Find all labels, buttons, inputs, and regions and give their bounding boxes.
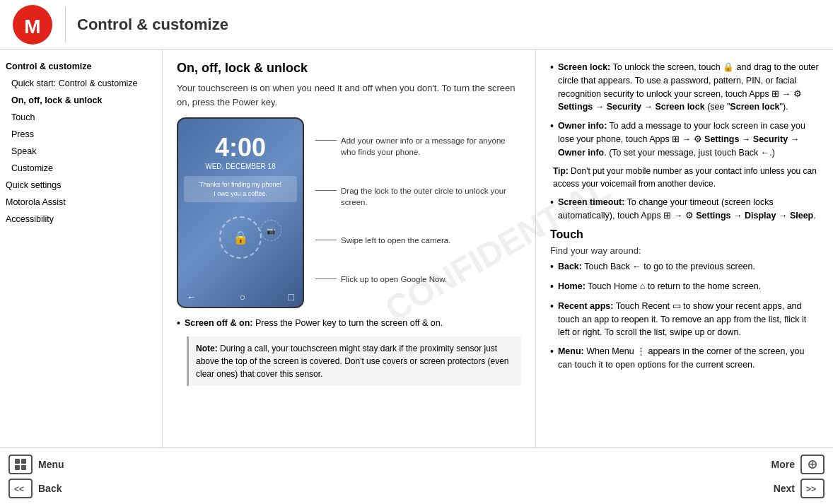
back-icon: << xyxy=(8,479,33,498)
svg-text:M: M xyxy=(24,16,40,37)
bullet-dot-home: • xyxy=(550,279,554,294)
bullet-dot-recent: • xyxy=(550,299,554,314)
more-label: More xyxy=(771,459,795,470)
left-section-title: On, off, lock & unlock xyxy=(177,61,521,76)
phone-recent-icon: □ xyxy=(289,291,294,303)
back-label: Back xyxy=(38,483,62,494)
phone-lock-area: 🔒 📷 xyxy=(178,216,303,259)
bullet-dot-back: • xyxy=(550,259,554,274)
left-panel: On, off, lock & unlock Your touchscreen … xyxy=(163,49,536,447)
lock-icon: 🔒 xyxy=(233,230,248,245)
sidebar-item-on-off-lock[interactable]: On, off, lock & unlock xyxy=(0,92,162,109)
sidebar-item-speak[interactable]: Speak xyxy=(0,143,162,160)
bullet-dot-owner-info: • xyxy=(550,119,554,134)
bullet-back: • Back: Touch Back ← to go to the previo… xyxy=(550,260,819,274)
bullet-dot-screen-lock: • xyxy=(550,60,554,75)
page-title: Control & customize xyxy=(77,16,228,34)
svg-rect-2 xyxy=(15,459,20,464)
sidebar: Control & customize Quick start: Control… xyxy=(0,49,163,447)
more-button[interactable]: More xyxy=(771,455,825,474)
note-box: Note: During a call, your touchscreen mi… xyxy=(187,336,521,386)
next-icon: >> xyxy=(800,479,825,498)
phone-home-icon: ○ xyxy=(240,291,245,303)
bullet-owner-info: • Owner info: To add a message to your l… xyxy=(550,119,819,159)
callout-line-1 xyxy=(315,140,337,141)
sidebar-item-touch[interactable]: Touch xyxy=(0,109,162,126)
svg-rect-4 xyxy=(15,465,20,470)
menu-button[interactable]: Menu xyxy=(8,455,64,474)
touch-intro: Find your way around: xyxy=(550,245,819,256)
callout-owner-info: Add your owner info or a message for any… xyxy=(315,135,521,158)
header-divider xyxy=(65,7,66,42)
more-icon xyxy=(800,455,825,474)
phone-mockup: 4:00 WED, DECEMBER 18 Thanks for finding… xyxy=(177,117,304,308)
intro-text: Your touchscreen is on when you need it … xyxy=(177,81,521,109)
footer-right: More Next >> xyxy=(771,455,825,498)
content-wrapper: CONFIDENTIAL On, off, lock & unlock Your… xyxy=(163,49,833,447)
camera-icon: 📷 xyxy=(267,227,275,235)
bullet-screen-timeout: • Screen timeout: To change your timeout… xyxy=(550,196,819,223)
main-layout: Control & customize Quick start: Control… xyxy=(0,49,833,447)
back-button[interactable]: << Back xyxy=(8,479,64,498)
phone-bottom-bar: ← ○ □ xyxy=(178,287,303,307)
bullet-screen-off-on: • Screen off & on: Press the Power key t… xyxy=(177,317,521,331)
callout-line-4 xyxy=(315,279,337,279)
sidebar-item-quick-settings[interactable]: Quick settings xyxy=(0,177,162,194)
callout-line-2 xyxy=(315,190,337,191)
next-button[interactable]: Next >> xyxy=(774,479,825,498)
phone-back-icon: ← xyxy=(187,291,197,303)
phone-lock-circle: 🔒 xyxy=(219,216,262,259)
sidebar-item-motorola-assist[interactable]: Motorola Assist xyxy=(0,194,162,211)
footer-left: Menu << Back xyxy=(8,455,64,498)
menu-label: Menu xyxy=(38,459,64,470)
footer: Menu << Back More Next xyxy=(0,447,833,504)
svg-text:<<: << xyxy=(14,484,24,494)
header: M Control & customize xyxy=(0,0,833,49)
phone-date: WED, DECEMBER 18 xyxy=(178,163,303,170)
sidebar-item-quick-start[interactable]: Quick start: Control & customize xyxy=(0,75,162,92)
next-label: Next xyxy=(774,483,795,494)
svg-text:>>: >> xyxy=(806,484,816,494)
svg-rect-3 xyxy=(21,459,26,464)
sidebar-item-customize[interactable]: Customize xyxy=(0,160,162,177)
svg-rect-5 xyxy=(21,465,26,470)
sidebar-item-accessibility[interactable]: Accessibility xyxy=(0,211,162,228)
tip-line: Tip: Don't put your mobile number as you… xyxy=(550,165,819,190)
bullet-recent-apps: • Recent apps: Touch Recent ▭ to show yo… xyxy=(550,300,819,339)
motorola-logo: M xyxy=(11,4,54,46)
bullet-dot-menu: • xyxy=(550,344,554,359)
menu-icon xyxy=(8,455,33,474)
right-panel: • Screen lock: To unlock the screen, tou… xyxy=(536,49,833,447)
bullet-dot-1: • xyxy=(177,316,180,331)
phone-screen: 4:00 WED, DECEMBER 18 Thanks for finding… xyxy=(177,117,304,308)
callout-line-3 xyxy=(315,240,337,240)
bullet-screen-lock: • Screen lock: To unlock the screen, tou… xyxy=(550,61,819,114)
callout-drag-lock: Drag the lock to the outer circle to unl… xyxy=(315,185,521,208)
phone-message: Thanks for finding my phone!I owe you a … xyxy=(184,176,297,202)
touch-section-title: Touch xyxy=(550,228,819,241)
bullet-home: • Home: Touch Home ⌂ to return to the ho… xyxy=(550,280,819,294)
sidebar-item-control-customize[interactable]: Control & customize xyxy=(0,58,162,75)
bullet-menu: • Menu: When Menu ⋮ appears in the corne… xyxy=(550,345,819,372)
bullet-dot-timeout: • xyxy=(550,195,554,210)
phone-time: 4:00 xyxy=(178,119,303,163)
phone-mockup-container: 4:00 WED, DECEMBER 18 Thanks for finding… xyxy=(177,117,521,308)
callouts: Add your owner info or a message for any… xyxy=(315,117,521,308)
callout-flick-google: Flick up to open Google Now. xyxy=(315,274,521,285)
callout-swipe-camera: Swipe left to open the camera. xyxy=(315,235,521,246)
sidebar-item-press[interactable]: Press xyxy=(0,126,162,143)
